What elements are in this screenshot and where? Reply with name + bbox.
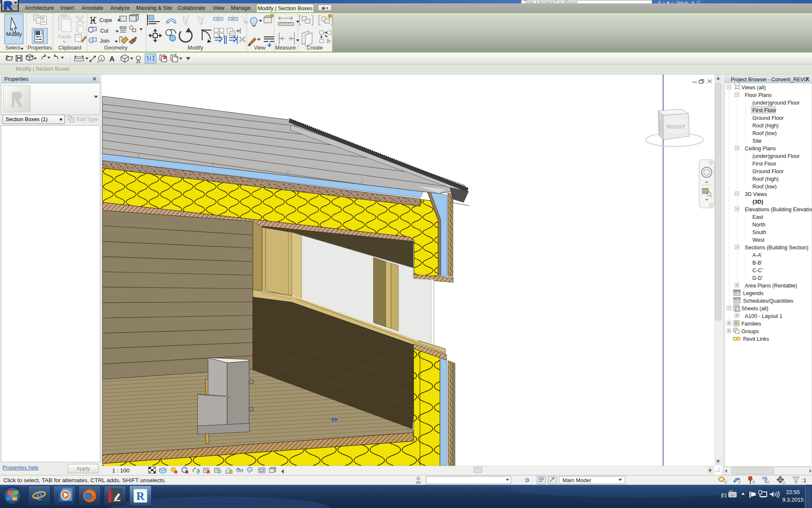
svg-text:Roof (low): Roof (low) (752, 130, 776, 136)
svg-text:Geometry: Geometry (104, 45, 128, 51)
svg-text:Cut: Cut (100, 28, 109, 34)
svg-text:1: 1 (100, 57, 102, 61)
svg-text:22:55: 22:55 (786, 489, 800, 495)
svg-text:B-B’: B-B’ (752, 260, 763, 266)
svg-text:Roof (low): Roof (low) (752, 184, 776, 190)
svg-text:Families: Families (741, 321, 761, 327)
svg-text:A: A (110, 55, 115, 63)
svg-text:Sheets (all): Sheets (all) (741, 306, 768, 312)
svg-text:Measure: Measure (275, 45, 296, 51)
svg-text:Select: Select (5, 45, 20, 51)
svg-text:Schedules/Quantities: Schedules/Quantities (743, 298, 793, 304)
svg-text:R: R (136, 490, 145, 502)
svg-text:Legends: Legends (743, 290, 763, 296)
svg-text:Ceiling Plans: Ceiling Plans (745, 146, 776, 152)
svg-text:Main Model: Main Model (562, 477, 591, 483)
svg-text:West: West (752, 237, 765, 243)
svg-text:Ground Floor: Ground Floor (752, 115, 784, 121)
svg-text:North: North (752, 222, 765, 228)
svg-text:Join: Join (100, 38, 110, 44)
svg-text:Sections (Building Section): Sections (Building Section) (745, 245, 809, 251)
svg-text:South: South (752, 229, 766, 235)
svg-text:Create: Create (307, 45, 323, 51)
svg-text:Floor Plans: Floor Plans (745, 92, 772, 98)
svg-text:Site: Site (752, 138, 762, 144)
svg-text:e: e (36, 487, 43, 504)
svg-text:FRONT: FRONT (658, 121, 662, 133)
svg-text:Roof (high): Roof (high) (752, 123, 779, 129)
svg-text:D-D’: D-D’ (752, 275, 763, 281)
svg-text:Revit Links: Revit Links (743, 336, 769, 342)
svg-text:Elevations (Building Elevation: Elevations (Building Elevation) (745, 207, 812, 213)
svg-text:{3D}: {3D} (752, 199, 763, 205)
svg-text:Groups: Groups (741, 329, 759, 334)
svg-text:(under)ground Floor: (under)ground Floor (752, 100, 800, 106)
svg-text::0: :0 (524, 477, 529, 483)
svg-text:9.3.2015: 9.3.2015 (782, 497, 804, 503)
svg-text:Cope: Cope (99, 17, 112, 23)
svg-text:Modify: Modify (187, 45, 203, 51)
svg-text:First Floor: First Floor (752, 108, 776, 113)
svg-text:Modify: Modify (6, 31, 22, 37)
svg-text:A-A’: A-A’ (752, 252, 762, 258)
svg-text:3D Views: 3D Views (745, 191, 767, 197)
svg-text:East: East (752, 214, 763, 220)
svg-text:View: View (254, 45, 266, 51)
svg-text:FI: FI (721, 492, 727, 499)
svg-text:First Floor: First Floor (752, 161, 776, 167)
svg-text:C-C’: C-C’ (752, 268, 763, 273)
svg-text:Clipboard: Clipboard (58, 45, 81, 51)
svg-text:Click to select, TAB for alter: Click to select, TAB for alternates, CTR… (3, 477, 166, 483)
svg-text:Area Plans (Rentable): Area Plans (Rentable) (745, 283, 797, 289)
svg-text:Ground Floor: Ground Floor (752, 168, 784, 174)
svg-text:RIGHT: RIGHT (667, 124, 686, 130)
svg-text:Views (all): Views (all) (741, 85, 766, 91)
svg-text:Properties: Properties (27, 45, 52, 51)
svg-text:1 : 100: 1 : 100 (112, 467, 129, 474)
svg-text:A100 - Layout 1: A100 - Layout 1 (745, 313, 782, 319)
svg-text:Project Browser - Converti_REV: Project Browser - Converti_REVIT (731, 77, 809, 83)
svg-text::1: :1 (802, 477, 807, 483)
svg-text:(under)ground Floor: (under)ground Floor (752, 153, 800, 159)
svg-text:Roof (high): Roof (high) (752, 176, 779, 182)
svg-text:Paste: Paste (58, 34, 71, 40)
